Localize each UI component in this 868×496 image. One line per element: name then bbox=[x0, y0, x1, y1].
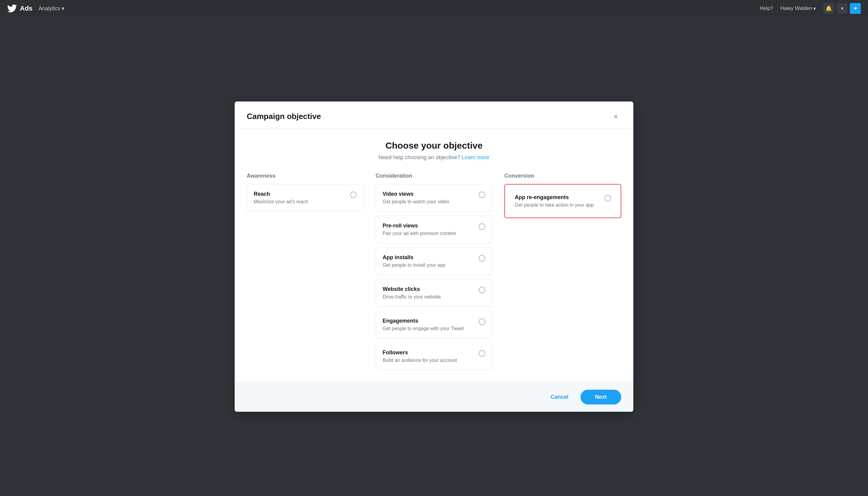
reach-option[interactable]: Reach Maximize your ad's reach bbox=[247, 184, 364, 212]
user-name-label: Haley Walden bbox=[780, 5, 812, 12]
modal-header: Campaign objective × bbox=[235, 102, 633, 128]
twitter-icon bbox=[7, 4, 17, 13]
engagements-radio[interactable] bbox=[479, 319, 485, 325]
nav-right: Help? Haley Walden ▾ 🔔 ▾ ✦ bbox=[760, 3, 861, 14]
top-navigation: Ads Analytics ▾ Help? Haley Walden ▾ 🔔 ▾… bbox=[0, 0, 868, 17]
awareness-column: Awareness Reach Maximize your ad's reach bbox=[247, 173, 364, 370]
video-views-desc: Get people to watch your video bbox=[383, 199, 449, 204]
video-views-option[interactable]: Video views Get people to watch your vid… bbox=[376, 184, 493, 212]
notifications-icon[interactable]: 🔔 bbox=[823, 3, 834, 14]
pre-roll-radio[interactable] bbox=[479, 223, 485, 230]
compose-button[interactable]: ✦ bbox=[850, 3, 861, 14]
app-reengagements-radio[interactable] bbox=[604, 195, 611, 201]
app-installs-desc: Get people to install your app bbox=[383, 263, 445, 268]
website-clicks-radio[interactable] bbox=[479, 287, 485, 293]
modal-overlay: Campaign objective × Choose your objecti… bbox=[0, 17, 868, 496]
video-views-radio[interactable] bbox=[479, 191, 485, 198]
modal-title: Campaign objective bbox=[247, 112, 321, 121]
pre-roll-views-option[interactable]: Pre-roll views Pair your ad with premium… bbox=[376, 216, 493, 243]
followers-desc: Build an audience for your account bbox=[383, 358, 457, 363]
app-installs-radio[interactable] bbox=[479, 255, 485, 262]
cancel-button[interactable]: Cancel bbox=[545, 390, 574, 404]
analytics-label: Analytics bbox=[39, 5, 60, 12]
awareness-label: Awareness bbox=[247, 173, 364, 179]
engagements-title: Engagements bbox=[383, 318, 464, 324]
followers-option[interactable]: Followers Build an audience for your acc… bbox=[376, 343, 493, 370]
pre-roll-desc: Pair your ad with premium content bbox=[383, 231, 456, 236]
analytics-menu[interactable]: Analytics ▾ bbox=[39, 5, 64, 12]
reach-desc: Maximize your ad's reach bbox=[254, 199, 309, 204]
objective-columns: Awareness Reach Maximize your ad's reach… bbox=[247, 173, 621, 370]
reach-title: Reach bbox=[254, 191, 309, 197]
app-reengagements-title: App re-engagements bbox=[515, 194, 594, 201]
ads-label: Ads bbox=[20, 4, 33, 12]
nav-logo: Ads bbox=[7, 4, 33, 13]
help-label[interactable]: Help? bbox=[760, 5, 773, 12]
user-menu[interactable]: Haley Walden ▾ bbox=[780, 5, 816, 12]
conversion-column: Conversion App re-engagements Get people… bbox=[504, 173, 621, 370]
close-button[interactable]: × bbox=[610, 111, 621, 122]
engagements-option[interactable]: Engagements Get people to engage with yo… bbox=[376, 311, 493, 338]
website-clicks-desc: Drive traffic to your website bbox=[383, 294, 441, 300]
conversion-label: Conversion bbox=[504, 173, 621, 179]
followers-title: Followers bbox=[383, 350, 457, 356]
followers-radio[interactable] bbox=[479, 350, 485, 357]
choose-subtitle: Need help choosing an objective? Learn m… bbox=[247, 154, 621, 161]
learn-more-link[interactable]: Learn more bbox=[462, 154, 490, 160]
modal-footer: Cancel Next bbox=[235, 382, 633, 412]
modal-body: Choose your objective Need help choosing… bbox=[235, 128, 633, 382]
video-views-title: Video views bbox=[383, 191, 449, 197]
choose-heading: Choose your objective bbox=[247, 140, 621, 151]
chevron-down-icon[interactable]: ▾ bbox=[837, 3, 848, 14]
page-background: Campaign objective × Choose your objecti… bbox=[0, 17, 868, 496]
website-clicks-title: Website clicks bbox=[383, 286, 441, 292]
website-clicks-option[interactable]: Website clicks Drive traffic to your web… bbox=[376, 279, 493, 307]
user-arrow: ▾ bbox=[813, 5, 816, 12]
pre-roll-title: Pre-roll views bbox=[383, 223, 456, 229]
reach-radio[interactable] bbox=[350, 191, 357, 198]
consideration-column: Consideration Video views Get people to … bbox=[376, 173, 493, 370]
app-installs-option[interactable]: App installs Get people to install your … bbox=[376, 247, 493, 275]
campaign-objective-modal: Campaign objective × Choose your objecti… bbox=[235, 102, 633, 412]
next-button[interactable]: Next bbox=[581, 390, 621, 404]
app-reengagements-option[interactable]: App re-engagements Get people to take ac… bbox=[508, 188, 618, 215]
engagements-desc: Get people to engage with your Tweet bbox=[383, 326, 464, 331]
app-installs-title: App installs bbox=[383, 254, 445, 261]
consideration-label: Consideration bbox=[376, 173, 493, 179]
app-reengagements-desc: Get people to take action in your app bbox=[515, 202, 594, 208]
analytics-arrow: ▾ bbox=[62, 5, 64, 12]
conversion-column-content: App re-engagements Get people to take ac… bbox=[504, 184, 621, 218]
